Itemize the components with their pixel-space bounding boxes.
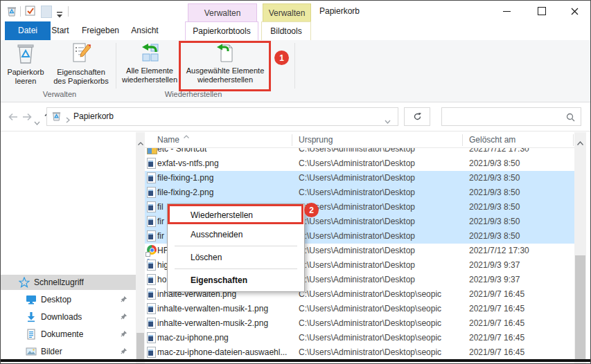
breadcrumb[interactable]: Papierkorb (73, 108, 114, 125)
pin-icon[interactable] (120, 295, 127, 305)
breadcrumb-dropdown-chevron-icon[interactable] (385, 114, 391, 127)
recycle-bin-properties-button[interactable]: Eigenschaften des Papierkorbs (48, 42, 114, 91)
empty-recycle-bin-button[interactable]: Papierkorb leeren (5, 42, 46, 91)
button-label: des Papierkorbs (53, 77, 109, 85)
sidebar-item-desktop[interactable]: Desktop (1, 292, 136, 307)
file-origin: C:\Users\Administrator\Desktop (299, 215, 461, 229)
column-separator[interactable] (462, 134, 463, 146)
png-image-icon (146, 216, 157, 227)
quick-access-star-icon (19, 277, 30, 288)
file-deleted-date: 2021/9/3 8:50 (469, 185, 570, 200)
desktop-icon (26, 294, 37, 305)
forward-icon[interactable] (21, 112, 33, 125)
png-image-icon (146, 303, 157, 314)
restore-all-icon (118, 42, 181, 65)
tab-view[interactable]: Ansicht (125, 21, 164, 40)
qat-customize-dropdown-icon[interactable] (56, 8, 63, 21)
sidebar-item-downloads[interactable]: Downloads (1, 309, 136, 325)
scroll-up-icon[interactable] (577, 136, 583, 148)
file-deleted-date: 2021/7/12 17:30 (469, 244, 570, 258)
recycle-bin-app-icon (6, 6, 17, 19)
table-row[interactable]: inhalte-verwalten-musik-1.png C:\Users\A… (145, 302, 574, 316)
column-separator[interactable] (573, 134, 574, 146)
button-label: Papierkorb (7, 68, 44, 76)
menu-item-eigenschaften[interactable]: Eigenschaften (168, 271, 304, 290)
sidebar-item-bilder[interactable]: Bilder (1, 344, 136, 359)
button-label: Eigenschaften (57, 68, 105, 76)
menu-item-ausschneiden[interactable]: Ausschneiden (168, 225, 304, 244)
sidebar-scrollbar[interactable] (136, 132, 145, 363)
menu-separator (175, 246, 297, 246)
pin-icon[interactable] (120, 347, 127, 357)
button-label: wiederherstellen (122, 75, 177, 84)
pin-icon[interactable] (120, 313, 127, 322)
tab-start[interactable]: Start (45, 21, 76, 40)
tab-recycletools[interactable]: Papierkorbtools (185, 21, 258, 40)
table-row-selected[interactable]: file-fixing-2.png C:\Users\Administrator… (145, 185, 574, 200)
breadcrumb-bar[interactable]: Papierkorb (46, 107, 398, 126)
pictures-icon (26, 346, 37, 357)
qat-properties-icon[interactable] (25, 6, 36, 19)
close-button[interactable] (559, 1, 590, 21)
png-image-icon (146, 230, 157, 242)
group-separator (116, 43, 116, 89)
png-image-icon (146, 274, 157, 285)
menu-item-loeschen[interactable]: Löschen (168, 248, 304, 267)
menu-item-wiederherstellen[interactable]: Wiederherstellen (168, 206, 304, 225)
table-row-selected[interactable]: file-fixing-1.png C:\Users\Administrator… (145, 171, 574, 185)
maximize-button[interactable] (526, 1, 557, 21)
png-image-icon (146, 332, 157, 343)
column-header-name[interactable]: Name (157, 135, 179, 145)
scroll-up-icon[interactable] (138, 136, 143, 148)
file-name: etc - Shortcut (157, 148, 289, 156)
file-name: inhalte-verwalten-musik-1.png (157, 302, 289, 316)
sidebar-item-schnellzugriff[interactable]: Schnellzugriff (1, 275, 136, 290)
button-label: leeren (15, 77, 37, 85)
window-title: Papierkorb (319, 6, 360, 16)
restore-selected-items-button[interactable]: Ausgewählte Elemente wiederherstellen (182, 42, 268, 91)
table-row[interactable]: mac-zu-iphone-dateien-auswaehl... C:\Use… (145, 345, 574, 360)
table-row[interactable]: inhalte-verwalten-musik-2.png C:\Users\A… (145, 316, 574, 331)
file-deleted-date: 2021/9/7 16:45 (469, 316, 570, 331)
recent-locations-chevron-icon[interactable] (34, 116, 40, 128)
restore-all-items-button[interactable]: Alle Elemente wiederherstellen (118, 42, 181, 91)
scrollbar-thumb[interactable] (575, 255, 585, 359)
minimize-button[interactable] (491, 1, 522, 21)
column-header-deleted[interactable]: Gelöscht am (469, 135, 515, 145)
file-origin: C:\Users\Administrator\Desktop (299, 200, 461, 215)
file-name: mac-zu-iphone.png (157, 331, 289, 345)
file-origin: C:\Users\Administrator\Desktop\seopic (299, 287, 461, 302)
tab-file[interactable]: Datei (5, 21, 51, 40)
table-row[interactable]: exfat-vs-ntfs.png C:\Users\Administrator… (145, 156, 574, 171)
pin-icon[interactable] (120, 330, 127, 340)
group-label-verwalten: Verwalten (5, 90, 114, 98)
png-image-icon (146, 347, 157, 358)
button-label: Alle Elemente (126, 66, 173, 75)
sidebar-item-label: Desktop (41, 295, 71, 304)
scrollbar-thumb[interactable] (136, 333, 144, 359)
contextual-header-label: Verwalten (269, 8, 306, 18)
column-header-origin[interactable]: Ursprung (299, 135, 333, 145)
file-origin: C:\Users\Administrator\Desktop\seopic (299, 345, 461, 360)
file-name: file-fixing-1.png (157, 171, 289, 185)
group-separator-2 (294, 43, 295, 89)
qat-separator-2 (68, 6, 69, 17)
refresh-button[interactable] (404, 107, 430, 126)
tab-share[interactable]: Freigeben (77, 21, 124, 40)
annotation-badge-2: 2 (304, 203, 319, 217)
address-toolbar: Papierkorb (1, 102, 590, 131)
ribbon-tabbar: Datei Start Freigeben Ansicht Papierkorb… (1, 21, 590, 40)
titlebar: Verwalten Verwalten Papierkorb (1, 1, 590, 21)
table-row[interactable]: mac-zu-iphone.png C:\Users\Administrator… (145, 331, 574, 345)
list-scrollbar[interactable] (574, 132, 586, 363)
restore-selected-icon (182, 42, 268, 65)
png-image-icon (146, 260, 157, 271)
back-icon[interactable] (8, 112, 19, 125)
table-row[interactable]: etc - Shortcut C:\Users\Administrator\De… (145, 148, 574, 156)
contextual-header-imagetools: Verwalten (263, 3, 311, 22)
tab-imagetools[interactable]: Bildtools (261, 21, 311, 40)
column-separator[interactable] (292, 134, 292, 146)
search-box[interactable] (441, 107, 581, 126)
file-name: exfat-vs-ntfs.png (157, 156, 289, 171)
sidebar-item-dokumente[interactable]: Dokumente (1, 327, 136, 342)
